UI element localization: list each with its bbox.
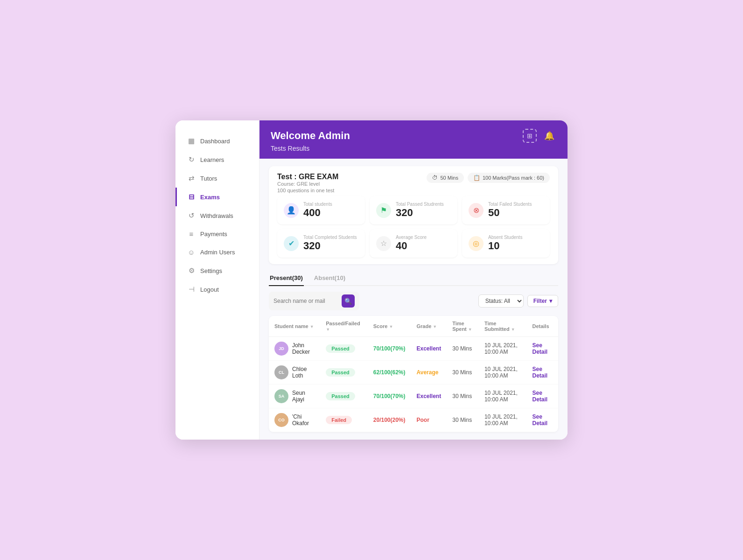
cell-detail-row-1[interactable]: See Detail [526, 337, 558, 361]
avatar-row-2: CL [274, 365, 288, 379]
search-input[interactable] [273, 298, 339, 304]
tab-present[interactable]: Present(30) [269, 271, 304, 286]
see-detail-link-row-1[interactable]: See Detail [532, 342, 547, 355]
stat-completed: ✔ Total Completed Students 320 [277, 229, 365, 258]
grade-value-row-3: Excellent [417, 393, 442, 399]
status-select[interactable]: Status: All Passed Failed [478, 294, 524, 308]
student-name-row-2: Chloe Loth [292, 366, 315, 379]
sort-arrow-timesubmit: ▼ [511, 327, 515, 332]
stat-icon-avg: ☆ [376, 236, 391, 251]
grade-value-row-2: Average [417, 369, 439, 376]
sidebar-label-payments: Payments [200, 231, 227, 238]
table-row: JD John Decker Passed 70/100(70%) Excell… [269, 337, 558, 361]
sidebar-item-admin-users[interactable]: ☺ Admin Users [175, 243, 259, 261]
cell-name-row-2: CL Chloe Loth [269, 361, 320, 385]
time-submitted-row-1: 10 JUL 2021, 10:00 AM [484, 342, 518, 355]
stat-icon-failed: ⊗ [469, 203, 484, 218]
cell-name-row-3: SA Seun Ajayi [269, 385, 320, 408]
col-score[interactable]: Score ▼ [368, 316, 411, 337]
sidebar-item-tutors[interactable]: ⇄ Tutors [175, 169, 259, 188]
sidebar-item-exams[interactable]: ⊟ Exams [175, 188, 259, 206]
filter-button[interactable]: Filter ▾ [527, 295, 558, 307]
cell-status-row-2: Passed [320, 361, 368, 385]
marks-value: 100 Marks(Pass mark : 60) [483, 175, 544, 181]
cell-timespent-row-4: 30 Mins [447, 408, 479, 432]
cell-status-row-3: Passed [320, 385, 368, 408]
see-detail-link-row-3[interactable]: See Detail [532, 390, 547, 403]
sidebar-label-settings: Settings [200, 267, 222, 274]
results-table-wrap: Student name ▼ Passed/Failed ▼ Score ▼ [269, 316, 558, 432]
student-name-row-4: 'Chi Okafor [292, 413, 315, 427]
col-grade[interactable]: Grade ▼ [411, 316, 447, 337]
filter-label: Filter [533, 298, 547, 304]
learners-icon: ↻ [187, 155, 196, 164]
page-subtitle: Tests Results [271, 145, 556, 152]
test-card: Test : GRE EXAM Course: GRE level 100 qu… [269, 166, 558, 264]
cell-detail-row-4[interactable]: See Detail [526, 408, 558, 432]
stat-label-failed: Total Failed Students [488, 202, 532, 207]
col-student-name[interactable]: Student name ▼ [269, 316, 320, 337]
student-name-row-1: John Decker [292, 342, 315, 355]
search-button[interactable]: 🔍 [342, 294, 355, 308]
cell-detail-row-3[interactable]: See Detail [526, 385, 558, 408]
cell-timesubmit-row-4: 10 JUL 2021, 10:00 AM [479, 408, 527, 432]
logout-icon: ⊣ [187, 285, 196, 294]
header-actions: ⊞ 🔔 [523, 129, 556, 143]
see-detail-link-row-4[interactable]: See Detail [532, 413, 547, 427]
avatar-row-4: CO [274, 413, 288, 427]
score-value-row-4: 20/100(20%) [373, 417, 406, 423]
stat-label-completed: Total Completed Students [303, 235, 357, 240]
time-submitted-row-3: 10 JUL 2021, 10:00 AM [484, 390, 518, 403]
stat-absent: ◎ Absent Students 10 [462, 229, 550, 258]
cell-detail-row-2[interactable]: See Detail [526, 361, 558, 385]
test-badges: ⏱ 50 Mins 📋 100 Marks(Pass mark : 60) [427, 173, 550, 183]
sidebar-item-settings[interactable]: ⚙ Settings [175, 261, 259, 280]
cell-score-row-2: 62/100(62%) [368, 361, 411, 385]
bell-button[interactable]: 🔔 [542, 129, 556, 143]
sidebar-label-tutors: Tutors [200, 175, 217, 182]
payments-icon: ≡ [187, 230, 196, 238]
cell-timesubmit-row-2: 10 JUL 2021, 10:00 AM [479, 361, 527, 385]
sidebar-label-logout: Logout [200, 286, 219, 293]
marks-badge: 📋 100 Marks(Pass mark : 60) [468, 173, 550, 183]
sidebar-label-exams: Exams [200, 194, 220, 201]
stat-label-avg: Average Score [396, 235, 427, 240]
see-detail-link-row-2[interactable]: See Detail [532, 366, 547, 379]
stat-icon-completed: ✔ [284, 236, 299, 251]
stat-value-failed: 50 [488, 207, 532, 219]
stat-icon-students: 👤 [284, 203, 299, 218]
time-spent-row-2: 30 Mins [452, 369, 472, 376]
col-time-spent[interactable]: Time Spent ▼ [447, 316, 479, 337]
stat-value-completed: 320 [303, 240, 357, 252]
stat-total-passed: ⚑ Total Passed Studrents 320 [370, 196, 457, 224]
cell-status-row-4: Failed [320, 408, 368, 432]
grid-icon-button[interactable]: ⊞ [523, 129, 537, 143]
dashboard-icon: ▦ [187, 137, 196, 145]
tabs: Present(30) Absent(10) [269, 271, 558, 286]
content-area: Test : GRE EXAM Course: GRE level 100 qu… [259, 159, 568, 440]
cell-timespent-row-2: 30 Mins [447, 361, 479, 385]
stat-label-passed: Total Passed Studrents [396, 202, 444, 207]
stat-label-absent: Absent Students [488, 235, 522, 240]
sidebar-item-dashboard[interactable]: ▦ Dashboard [175, 132, 259, 150]
stat-icon-passed: ⚑ [376, 203, 391, 218]
table-row: CO 'Chi Okafor Failed 20/100(20%) Poor 3… [269, 408, 558, 432]
sidebar-item-payments[interactable]: ≡ Payments [175, 225, 259, 243]
cell-status-row-1: Passed [320, 337, 368, 361]
student-name-row-3: Seun Ajayi [292, 390, 315, 403]
status-badge-row-1: Passed [326, 344, 355, 353]
marks-icon: 📋 [473, 175, 480, 181]
col-passed-failed[interactable]: Passed/Failed ▼ [320, 316, 368, 337]
sidebar-item-withdrawals[interactable]: ↺ Withdrawals [175, 206, 259, 225]
status-badge-row-3: Passed [326, 392, 355, 400]
filter-row: 🔍 Status: All Passed Failed Filter ▾ [269, 292, 558, 310]
time-submitted-row-2: 10 JUL 2021, 10:00 AM [484, 366, 518, 379]
cell-timespent-row-3: 30 Mins [447, 385, 479, 408]
col-time-submitted[interactable]: Time Submitted ▼ [479, 316, 527, 337]
sidebar-item-learners[interactable]: ↻ Learners [175, 150, 259, 169]
sidebar-label-learners: Learners [200, 156, 224, 163]
time-spent-row-1: 30 Mins [452, 345, 472, 352]
cell-grade-row-3: Excellent [411, 385, 447, 408]
tab-absent[interactable]: Absent(10) [313, 271, 346, 286]
sidebar-item-logout[interactable]: ⊣ Logout [175, 280, 259, 299]
